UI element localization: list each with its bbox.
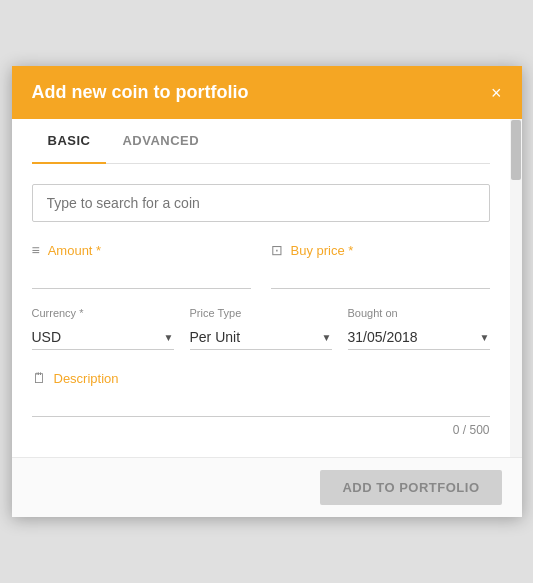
modal-footer: ADD TO PORTFOLIO (12, 457, 522, 517)
description-label: Description (54, 371, 119, 386)
scrollbar-thumb[interactable] (511, 120, 521, 180)
amount-icon: ≡ (32, 242, 40, 258)
boughton-arrow-icon: ▼ (480, 332, 490, 343)
currency-group: Currency * USD ▼ (32, 307, 174, 350)
modal-header: Add new coin to portfolio × (12, 66, 522, 119)
boughton-value: 31/05/2018 (348, 329, 418, 345)
add-to-portfolio-button[interactable]: ADD TO PORTFOLIO (320, 470, 501, 505)
tabs-container: BASIC ADVANCED (32, 119, 490, 164)
scrollbar-track[interactable] (510, 119, 522, 457)
buyprice-field-group: ⊡ Buy price * (271, 242, 490, 289)
modal-container: Add new coin to portfolio × BASIC ADVANC… (12, 66, 522, 517)
amount-input[interactable] (32, 264, 251, 289)
amount-buyprice-row: ≡ Amount * ⊡ Buy price * (32, 242, 490, 289)
description-count: 0 / 500 (32, 423, 490, 437)
buyprice-icon: ⊡ (271, 242, 283, 258)
modal-title: Add new coin to portfolio (32, 82, 249, 103)
description-section: 🗒 Description 0 / 500 (32, 370, 490, 437)
pricetype-group: Price Type Per Unit ▼ (190, 307, 332, 350)
boughton-group: Bought on 31/05/2018 ▼ (348, 307, 490, 350)
currency-label: Currency * (32, 307, 174, 319)
search-input[interactable] (32, 184, 490, 222)
pricetype-label: Price Type (190, 307, 332, 319)
description-input[interactable] (32, 392, 490, 417)
select-row: Currency * USD ▼ Price Type Per Unit ▼ B… (32, 307, 490, 350)
description-icon: 🗒 (32, 370, 46, 386)
boughton-select[interactable]: 31/05/2018 ▼ (348, 325, 490, 350)
currency-value: USD (32, 329, 62, 345)
boughton-label: Bought on (348, 307, 490, 319)
pricetype-arrow-icon: ▼ (322, 332, 332, 343)
pricetype-select[interactable]: Per Unit ▼ (190, 325, 332, 350)
modal-body: BASIC ADVANCED ≡ Amount * ⊡ Buy price * (12, 119, 510, 457)
close-button[interactable]: × (491, 84, 502, 102)
currency-arrow-icon: ▼ (164, 332, 174, 343)
pricetype-value: Per Unit (190, 329, 241, 345)
currency-select[interactable]: USD ▼ (32, 325, 174, 350)
amount-field-group: ≡ Amount * (32, 242, 251, 289)
amount-label: Amount * (48, 243, 101, 258)
tab-basic[interactable]: BASIC (32, 119, 107, 164)
tab-advanced[interactable]: ADVANCED (106, 119, 215, 164)
buyprice-input[interactable] (271, 264, 490, 289)
buyprice-label: Buy price * (291, 243, 354, 258)
